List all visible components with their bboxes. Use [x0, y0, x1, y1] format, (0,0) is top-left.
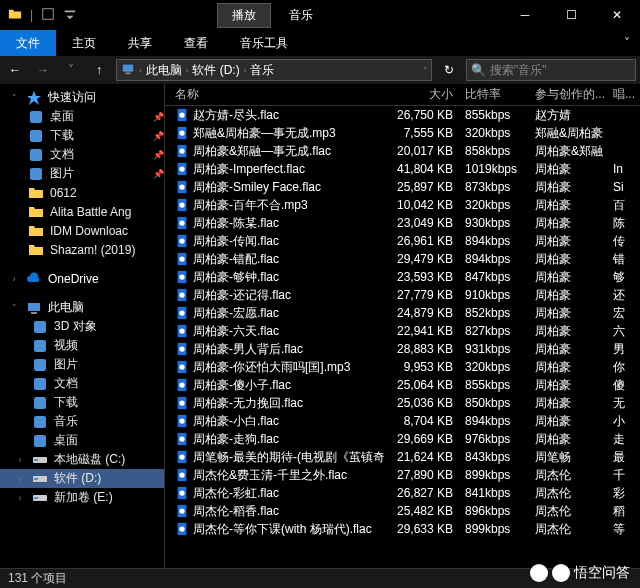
file-row[interactable]: 周柏豪-小白.flac8,704 KB894kbps周柏豪小 [165, 412, 640, 430]
sidebar-item[interactable]: 音乐 [0, 412, 164, 431]
file-row[interactable]: 周柏豪-六天.flac22,941 KB827kbps周柏豪六 [165, 322, 640, 340]
addr-dropdown-icon[interactable]: ˅ [423, 66, 427, 75]
up-button[interactable]: ↑ [88, 59, 110, 81]
chevron-down-icon[interactable]: ˅ [8, 303, 20, 313]
chevron-right-icon[interactable]: › [139, 66, 142, 75]
audio-file-icon [175, 378, 189, 392]
sidebar-item[interactable]: 图片📌 [0, 164, 164, 183]
file-row[interactable]: 周柏豪-还记得.flac27,779 KB910kbps周柏豪还 [165, 286, 640, 304]
label: 图片 [54, 356, 78, 373]
breadcrumb[interactable]: › 此电脑 › 软件 (D:) › 音乐 ˅ [116, 59, 432, 81]
chevron-right-icon[interactable]: › [244, 66, 247, 75]
crumb[interactable]: 软件 (D:) [192, 62, 239, 79]
sidebar-item[interactable]: 图片 [0, 355, 164, 374]
maximize-button[interactable]: ☐ [548, 0, 594, 30]
file-list[interactable]: 赵方婧-尽头.flac26,750 KB855kbps赵方婧郑融&周柏豪—事无成… [165, 106, 640, 570]
svg-point-69 [179, 526, 184, 531]
file-row[interactable]: 赵方婧-尽头.flac26,750 KB855kbps赵方婧 [165, 106, 640, 124]
file-name: 周柏豪&郑融—事无成.flac [193, 143, 331, 160]
column-headers: 名称 大小 比特率 参与创作的... 唱... [165, 84, 640, 106]
quick-access-section[interactable]: ˅ 快速访问 [0, 88, 164, 107]
check-icon[interactable] [41, 7, 55, 24]
ribbon-tab[interactable]: 共享 [112, 30, 168, 56]
file-row[interactable]: 周柏豪-Imperfect.flac41,804 KB1019kbps周柏豪In [165, 160, 640, 178]
recent-button[interactable]: ˅ [60, 59, 82, 81]
col-size[interactable]: 大小 [384, 86, 459, 103]
sidebar-item[interactable]: 下载 [0, 393, 164, 412]
close-button[interactable]: ✕ [594, 0, 640, 30]
file-row[interactable]: 周杰伦-稻香.flac25,482 KB896kbps周杰伦稻 [165, 502, 640, 520]
file-row[interactable]: 周杰伦-等你下课(with 杨瑞代).flac29,633 KB899kbps周… [165, 520, 640, 538]
navigation-pane[interactable]: ˅ 快速访问 桌面📌下载📌文档📌图片📌0612Alita Battle AngI… [0, 84, 165, 570]
col-extra[interactable]: 唱... [607, 86, 637, 103]
file-artist: 周柏豪 [529, 215, 607, 232]
file-artist: 周柏豪 [529, 233, 607, 250]
qat-dropdown-icon[interactable] [63, 7, 77, 24]
svg-point-41 [179, 274, 184, 279]
file-row[interactable]: 周柏豪-走狗.flac29,669 KB976kbps周柏豪走 [165, 430, 640, 448]
sidebar-item[interactable]: 下载📌 [0, 126, 164, 145]
svg-point-43 [179, 292, 184, 297]
search-input[interactable]: 🔍 搜索"音乐" [466, 59, 636, 81]
chevron-down-icon[interactable]: ˅ [8, 93, 20, 103]
file-row[interactable]: 周柏豪-百年不合.mp310,042 KB320kbps周柏豪百 [165, 196, 640, 214]
chevron-right-icon[interactable]: › [186, 66, 189, 75]
title-group: 播放 音乐 [217, 3, 313, 28]
col-artist[interactable]: 参与创作的... [529, 86, 607, 103]
sidebar-item[interactable]: 桌面 [0, 431, 164, 450]
file-row[interactable]: 周柏豪-无力挽回.flac25,036 KB850kbps周柏豪无 [165, 394, 640, 412]
chevron-right-icon[interactable]: › [8, 274, 20, 284]
ribbon-tab[interactable]: 主页 [56, 30, 112, 56]
sidebar-item[interactable]: 视频 [0, 336, 164, 355]
sidebar-item[interactable]: ›软件 (D:) [0, 469, 164, 488]
ribbon-tab[interactable]: 音乐工具 [224, 30, 304, 56]
col-bitrate[interactable]: 比特率 [459, 86, 529, 103]
file-row[interactable]: 周柏豪-宏愿.flac24,879 KB852kbps周柏豪宏 [165, 304, 640, 322]
sidebar-item[interactable]: Shazam! (2019) [0, 240, 164, 259]
col-name[interactable]: 名称 [169, 86, 384, 103]
ribbon-expand-icon[interactable]: ˅ [624, 30, 640, 56]
file-bitrate: 843kbps [459, 450, 529, 464]
svg-point-35 [179, 220, 184, 225]
ribbon-tab[interactable]: 查看 [168, 30, 224, 56]
sidebar-item[interactable]: Alita Battle Ang [0, 202, 164, 221]
sidebar-item[interactable]: ›新加卷 (E:) [0, 488, 164, 507]
forward-button[interactable]: → [32, 59, 54, 81]
file-row[interactable]: 周柏豪-陈某.flac23,049 KB930kbps周柏豪陈 [165, 214, 640, 232]
file-row[interactable]: 周柏豪-错配.flac29,479 KB894kbps周柏豪错 [165, 250, 640, 268]
file-row[interactable]: 周柏豪-男人背后.flac28,883 KB931kbps周柏豪男 [165, 340, 640, 358]
svg-rect-13 [34, 397, 46, 409]
crumb[interactable]: 音乐 [250, 62, 274, 79]
file-row[interactable]: 周杰伦-彩虹.flac26,827 KB841kbps周杰伦彩 [165, 484, 640, 502]
pc-icon [26, 300, 42, 316]
file-row[interactable]: 周柏豪-够钟.flac23,593 KB847kbps周柏豪够 [165, 268, 640, 286]
file-row[interactable]: 郑融&周柏豪—事无成.mp37,555 KB320kbps郑融&周柏豪 [165, 124, 640, 142]
file-row[interactable]: 周柏豪-你还怕大雨吗[国].mp39,953 KB320kbps周柏豪你 [165, 358, 640, 376]
file-name: 周柏豪-小白.flac [193, 413, 279, 430]
crumb[interactable]: 此电脑 [146, 62, 182, 79]
sidebar-item[interactable]: IDM Downloac [0, 221, 164, 240]
this-pc-section[interactable]: ˅ 此电脑 [0, 298, 164, 317]
sidebar-item[interactable]: 0612 [0, 183, 164, 202]
file-row[interactable]: 周柏豪-Smiley Face.flac25,897 KB873kbps周柏豪S… [165, 178, 640, 196]
sidebar-item[interactable]: ›本地磁盘 (C:) [0, 450, 164, 469]
sidebar-item[interactable]: 文档 [0, 374, 164, 393]
refresh-button[interactable]: ↻ [438, 63, 460, 77]
file-row[interactable]: 周柏豪-傻小子.flac25,064 KB855kbps周柏豪傻 [165, 376, 640, 394]
chevron-right-icon[interactable]: › [14, 493, 26, 503]
file-row[interactable]: 周柏豪&郑融—事无成.flac20,017 KB858kbps周柏豪&郑融 [165, 142, 640, 160]
file-row[interactable]: 周杰伦&费玉清-千里之外.flac27,890 KB899kbps周杰伦千 [165, 466, 640, 484]
chevron-right-icon[interactable]: › [14, 474, 26, 484]
sidebar-item[interactable]: 3D 对象 [0, 317, 164, 336]
back-button[interactable]: ← [4, 59, 26, 81]
onedrive-section[interactable]: › OneDrive [0, 269, 164, 288]
file-name: 周杰伦-等你下课(with 杨瑞代).flac [193, 521, 372, 538]
minimize-button[interactable]: ─ [502, 0, 548, 30]
file-tab[interactable]: 文件 [0, 30, 56, 56]
sidebar-item[interactable]: 文档📌 [0, 145, 164, 164]
file-row[interactable]: 周柏豪-传闻.flac26,961 KB894kbps周柏豪传 [165, 232, 640, 250]
file-row[interactable]: 周笔畅-最美的期待-(电视剧《茧镇奇缘…21,624 KB843kbps周笔畅最 [165, 448, 640, 466]
svg-rect-2 [125, 72, 130, 74]
chevron-right-icon[interactable]: › [14, 455, 26, 465]
sidebar-item[interactable]: 桌面📌 [0, 107, 164, 126]
